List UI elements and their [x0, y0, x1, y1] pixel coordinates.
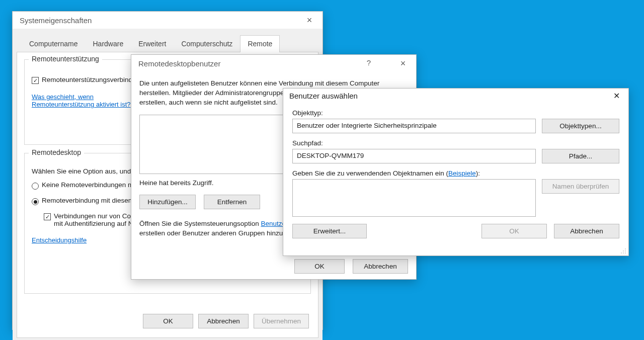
tab-erweitert[interactable]: Erweitert	[131, 35, 174, 52]
object-type-field: Benutzer oder Integrierte Sicherheitspri…	[292, 119, 536, 133]
advanced-button[interactable]: Erweitert...	[292, 224, 367, 238]
help-icon[interactable]: ?	[362, 59, 376, 68]
cancel-button[interactable]: Abbrechen	[554, 224, 619, 238]
close-icon[interactable]: ×	[302, 16, 316, 25]
apply-button: Übernehmen	[254, 314, 309, 328]
no-remote-radio[interactable]	[32, 183, 39, 190]
add-user-button[interactable]: Hinzufügen...	[139, 195, 196, 209]
titlebar: Systemeigenschaften ×	[13, 12, 323, 29]
search-path-label: Suchpfad:	[292, 139, 619, 147]
ok-button[interactable]: OK	[143, 314, 193, 328]
check-names-button: Namen überprüfen	[542, 179, 619, 194]
window-title: Remotedesktopbenutzer	[138, 59, 220, 68]
object-types-button[interactable]: Objekttypen...	[542, 119, 619, 133]
cancel-button[interactable]: Abbrechen	[198, 314, 249, 328]
group-label: Remoteunterstützung	[29, 55, 102, 63]
svg-point-3	[621, 252, 622, 253]
ok-button[interactable]: OK	[294, 259, 345, 274]
remote-support-help-link[interactable]: Was geschieht, wenn Remoteunterstützung …	[32, 93, 131, 108]
tabstrip: Computername Hardware Erweitert Computer…	[17, 35, 318, 52]
tab-remote[interactable]: Remote	[240, 35, 280, 52]
examples-link[interactable]: Beispiele	[448, 169, 476, 177]
svg-point-1	[623, 250, 624, 251]
svg-point-5	[625, 252, 626, 253]
titlebar: Benutzer auswählen ✕	[283, 89, 628, 103]
group-label: Remotedesktop	[29, 148, 84, 156]
close-icon[interactable]: ×	[396, 59, 410, 68]
nla-checkbox[interactable]	[44, 213, 51, 220]
cancel-button[interactable]: Abbrechen	[353, 259, 408, 274]
ok-button: OK	[481, 224, 547, 238]
svg-point-0	[625, 248, 626, 249]
object-names-input[interactable]	[292, 179, 536, 217]
object-names-label: Geben Sie die zu verwendenden Objektname…	[292, 169, 619, 177]
allow-remote-radio[interactable]	[32, 198, 39, 205]
svg-point-4	[623, 252, 624, 253]
remote-support-checkbox[interactable]	[32, 77, 39, 84]
search-path-field: DESKTOP-QVMM179	[292, 149, 536, 163]
paths-button[interactable]: Pfade...	[542, 149, 619, 163]
close-icon[interactable]: ✕	[609, 92, 623, 100]
svg-point-2	[625, 250, 626, 251]
titlebar: Remotedesktopbenutzer ? ×	[131, 55, 416, 72]
tab-computername[interactable]: Computername	[22, 35, 86, 52]
tab-computerschutz[interactable]: Computerschutz	[174, 35, 240, 52]
object-type-label: Objekttyp:	[292, 109, 619, 117]
select-users-dialog: Benutzer auswählen ✕ Objekttyp: Benutzer…	[283, 88, 629, 256]
window-title: Benutzer auswählen	[289, 92, 358, 100]
resize-grip-icon[interactable]	[620, 248, 626, 254]
tab-hardware[interactable]: Hardware	[86, 35, 131, 52]
decision-help-link[interactable]: Entscheidungshilfe	[32, 236, 87, 244]
remove-user-button[interactable]: Entfernen	[204, 195, 260, 209]
window-title: Systemeigenschaften	[20, 16, 92, 25]
